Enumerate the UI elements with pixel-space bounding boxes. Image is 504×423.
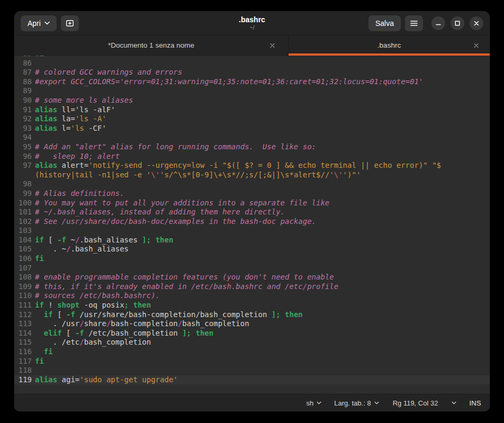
code-line-93: 93alias l='ls -CF'	[14, 124, 490, 133]
code-lines[interactable]: 85fi8687# colored GCC warnings and error…	[14, 56, 490, 394]
code-line-96: 96# sleep 10; alert	[14, 152, 490, 161]
minimize-button[interactable]	[431, 16, 445, 30]
code-line-111: 111if ! shopt -oq posix; then	[14, 301, 490, 310]
hamburger-icon	[410, 20, 418, 26]
status-bar: sh Larg. tab.: 8 Rg 119, Col 32 INS	[14, 394, 490, 411]
code-line-117: 117fi	[14, 357, 490, 366]
tab-bashrc[interactable]: .bashrc	[289, 35, 490, 55]
code-text: # You may want to put all your additions…	[35, 199, 329, 208]
save-button-label: Salva	[375, 19, 394, 28]
desktop-background: Apri .bashrc ~/ Salva	[0, 0, 504, 423]
code-line-106: 106fi	[14, 254, 490, 264]
close-button[interactable]	[470, 16, 483, 30]
header-right-controls: Salva	[368, 15, 483, 31]
code-line-113: 113 . /usr/share/bash-completion/bash_co…	[14, 319, 490, 329]
text-editor-window: Apri .bashrc ~/ Salva	[14, 11, 490, 411]
code-text: . ~/.bash_aliases	[35, 245, 129, 254]
line-number: 92	[14, 114, 35, 124]
code-line-118: 118	[14, 366, 490, 375]
line-number: 98	[14, 179, 35, 189]
open-button-label: Apri	[28, 19, 41, 28]
close-icon	[474, 21, 479, 26]
code-text: # sleep 10; alert	[35, 152, 120, 161]
line-number: 103	[14, 226, 35, 236]
tab-close-button[interactable]	[267, 40, 277, 50]
cursor-position-selector[interactable]: Rg 119, Col 32	[390, 399, 460, 407]
insert-mode-indicator: INS	[469, 399, 481, 407]
code-line-88: 88#export GCC_COLORS='error=01;31:warnin…	[14, 77, 490, 87]
code-line-97: 97alias alert='notify-send --urgency=low…	[14, 161, 490, 170]
code-line-89: 89	[14, 86, 490, 96]
code-text: # Alias definitions.	[35, 189, 124, 199]
line-number: 108	[14, 273, 35, 282]
line-number: 117	[14, 357, 35, 366]
code-text: (history|tail -n1|sed -e '\''s/^\s*[0-9]…	[35, 170, 361, 180]
code-line-116: 116 fi	[14, 347, 490, 357]
language-selector[interactable]: sh	[303, 399, 325, 407]
line-number: 114	[14, 329, 35, 338]
page-title: .bashrc	[239, 16, 265, 24]
code-text: alias ll='ls -alF'	[35, 105, 115, 115]
page-subtitle: ~/	[249, 24, 254, 31]
language-label: sh	[307, 399, 314, 407]
code-line-114: 114 elif [ -f /etc/bash_completion ]; th…	[14, 329, 490, 338]
code-line-103: 103	[14, 226, 490, 236]
code-line-104: 104if [ -f ~/.bash_aliases ]; then	[14, 236, 490, 245]
line-number: 107	[14, 264, 35, 273]
tab-width-selector[interactable]: Larg. tab.: 8	[331, 399, 382, 407]
new-tab-button[interactable]	[61, 15, 79, 31]
code-text: # some more ls aliases	[35, 96, 133, 105]
tab-documento-1[interactable]: *Documento 1 senza nome	[14, 35, 289, 55]
code-line-99: 99# Alias definitions.	[14, 189, 490, 199]
menu-button[interactable]	[405, 15, 423, 31]
line-number: 101	[14, 208, 35, 217]
code-line-86: 86	[14, 59, 490, 68]
line-number: 116	[14, 347, 35, 357]
code-text: # this, if it's already enabled in /etc/…	[35, 282, 338, 292]
line-number: 86	[14, 59, 35, 68]
code-line-98: 98	[14, 179, 490, 189]
line-number: 118	[14, 366, 35, 375]
tab-close-button[interactable]	[471, 40, 481, 50]
code-line-105: 105 . ~/.bash_aliases	[14, 245, 490, 254]
line-number: 94	[14, 133, 35, 142]
header-left-controls: Apri	[21, 15, 79, 31]
line-number: 89	[14, 86, 35, 96]
code-line-87: 87# colored GCC warnings and errors	[14, 68, 490, 77]
chevron-down-icon	[317, 401, 321, 404]
code-text: # Add an "alert" alias for long running …	[35, 142, 316, 152]
line-number: 106	[14, 254, 35, 264]
line-number: 113	[14, 319, 35, 329]
line-number: 99	[14, 189, 35, 199]
line-number: 90	[14, 96, 35, 105]
line-number: 87	[14, 68, 35, 77]
line-number: 88	[14, 77, 35, 87]
line-number	[14, 170, 35, 180]
open-button[interactable]: Apri	[21, 15, 57, 31]
line-number: 105	[14, 245, 35, 254]
code-line-112: 112 if [ -f /usr/share/bash-completion/b…	[14, 310, 490, 320]
code-text: alias la='ls -A'	[35, 114, 106, 124]
code-line-115: 115 . /etc/bash_completion	[14, 338, 490, 347]
code-text: # enable programmable completion feature…	[35, 273, 334, 282]
code-line-109: 109# this, if it's already enabled in /e…	[14, 282, 490, 292]
code-text: #export GCC_COLORS='error=01;31:warning=…	[35, 77, 423, 87]
code-text: fi	[35, 357, 44, 366]
header-bar: Apri .bashrc ~/ Salva	[14, 11, 490, 35]
code-text: alias l='ls -CF'	[35, 124, 106, 133]
code-line-90: 90# some more ls aliases	[14, 96, 490, 105]
cursor-position-label: Rg 119, Col 32	[393, 399, 438, 407]
code-line-91: 91alias ll='ls -alF'	[14, 105, 490, 115]
maximize-icon	[455, 21, 460, 26]
code-line-108: 108# enable programmable completion feat…	[14, 273, 490, 282]
chevron-down-icon	[44, 21, 50, 25]
code-line-119: 119alias agi='sudo apt-get upgrade'	[14, 375, 490, 385]
line-number: 109	[14, 282, 35, 292]
code-line-100: 100# You may want to put all your additi…	[14, 199, 490, 208]
line-number: 93	[14, 124, 35, 133]
code-line-101: 101# ~/.bash_aliases, instead of adding …	[14, 208, 490, 217]
code-text: . /etc/bash_completion	[35, 338, 151, 347]
save-button[interactable]: Salva	[368, 15, 401, 31]
line-number: 97	[14, 161, 35, 170]
maximize-button[interactable]	[451, 16, 464, 30]
